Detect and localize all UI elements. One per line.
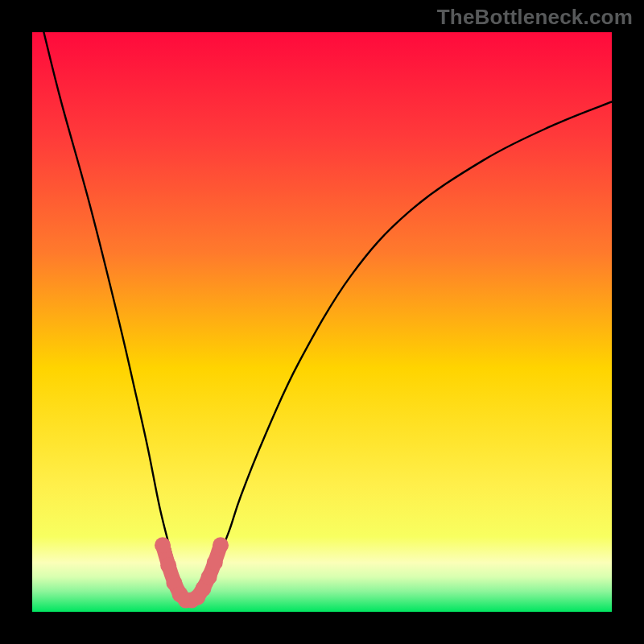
plot-area bbox=[32, 32, 612, 612]
highlight-dot bbox=[160, 557, 176, 573]
highlight-dot bbox=[213, 537, 229, 553]
chart-frame: TheBottleneck.com bbox=[0, 0, 644, 644]
highlight-dot bbox=[207, 555, 223, 571]
highlight-dot bbox=[155, 537, 171, 553]
chart-svg bbox=[32, 32, 612, 612]
watermark-text: TheBottleneck.com bbox=[437, 5, 633, 30]
highlight-dot bbox=[201, 569, 217, 585]
